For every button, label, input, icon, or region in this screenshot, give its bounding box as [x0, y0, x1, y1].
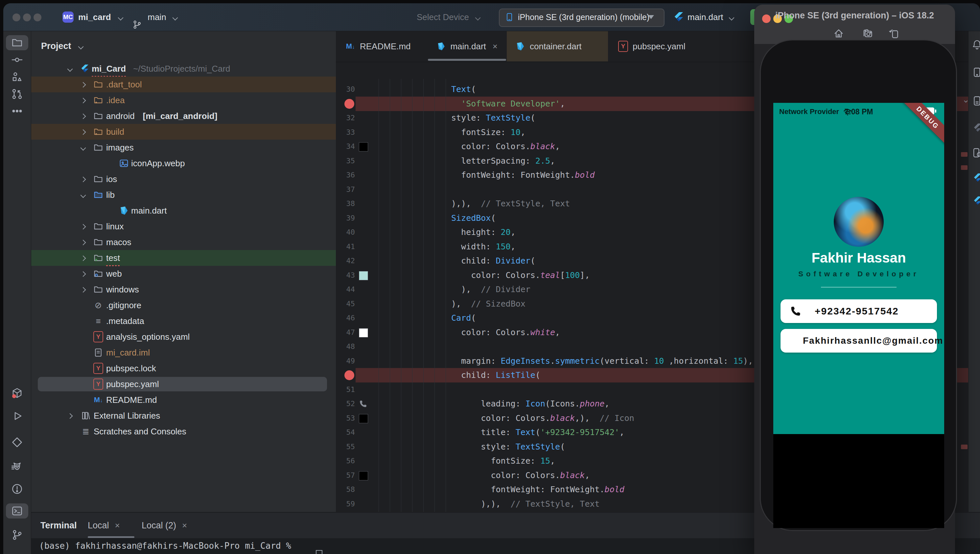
tree-item-iconapp-webp[interactable]: iconApp.webp: [31, 155, 336, 171]
tree-item-external-libraries[interactable]: External Libraries: [31, 408, 336, 423]
line-number[interactable]: 51: [336, 382, 355, 397]
tool-button-problems[interactable]: [6, 481, 28, 497]
line-number[interactable]: 56: [336, 454, 355, 468]
email-card[interactable]: Fakhirhassanllc@gmail.com: [781, 329, 937, 353]
app-screen[interactable]: Network Provider 7:08 PM DEBUG Fakhir Ha…: [773, 103, 944, 434]
window-zoom-button[interactable]: [33, 13, 41, 21]
tool-button-logcat[interactable]: [6, 460, 28, 475]
tool-button-more-tools[interactable]: [6, 103, 28, 119]
line-number[interactable]: 46: [336, 311, 355, 325]
tool-button-project-folder[interactable]: [6, 35, 28, 50]
tree-item--dart-tool[interactable]: .dart_tool: [31, 76, 336, 92]
tool-button-device-manager[interactable]: [970, 66, 980, 79]
tool-button-flutter-outline[interactable]: [970, 122, 980, 135]
tree-chevron-closed[interactable]: [81, 224, 86, 230]
line-number[interactable]: 55: [336, 439, 355, 454]
window-minimize-button[interactable]: [23, 13, 31, 21]
tool-button-flutter-performance[interactable]: [970, 194, 980, 208]
tree-item-readme-md[interactable]: M↓README.md: [31, 392, 336, 408]
tool-button-version-control[interactable]: [6, 527, 28, 543]
tree-item-ios[interactable]: ios: [31, 171, 336, 187]
tree-item-macos[interactable]: macos: [31, 234, 336, 250]
line-number[interactable]: 59: [336, 497, 355, 511]
tree-item-pubspec-yaml[interactable]: Ypubspec.yaml: [31, 376, 336, 392]
tree-item-web[interactable]: web: [31, 266, 336, 282]
tree-item-lib[interactable]: lib: [31, 187, 336, 203]
tree-item-build[interactable]: build: [31, 124, 336, 140]
line-number[interactable]: 40: [336, 225, 355, 240]
line-number[interactable]: 54: [336, 425, 355, 439]
close-icon[interactable]: ×: [182, 521, 187, 530]
line-number[interactable]: 57: [336, 468, 355, 483]
sim-screenshot-button[interactable]: [861, 27, 875, 40]
tree-chevron-closed[interactable]: [67, 413, 73, 419]
tree-chevron-open[interactable]: [81, 193, 86, 198]
line-number[interactable]: 60: [336, 511, 355, 512]
tree-item-mi-card[interactable]: mi_Card~/StudioProjects/mi_Card: [31, 61, 336, 76]
tool-button-pull-requests[interactable]: [6, 86, 28, 102]
line-number[interactable]: 52: [336, 396, 355, 411]
tree-item-pubspec-lock[interactable]: Ypubspec.lock: [31, 360, 336, 376]
tree-item-linux[interactable]: linux: [31, 218, 336, 234]
tree-chevron-open[interactable]: [67, 66, 73, 72]
tree-item-android[interactable]: android [mi_card_android]: [31, 108, 336, 124]
tool-button-run[interactable]: [6, 408, 28, 423]
line-number[interactable]: 35: [336, 154, 355, 168]
tree-chevron-closed[interactable]: [81, 240, 86, 245]
tree-item-scratches-and-consoles[interactable]: ≣Scratches and Consoles: [31, 423, 336, 439]
line-number[interactable]: 47: [336, 325, 355, 340]
close-icon[interactable]: ×: [493, 41, 498, 52]
tool-button-dart-analysis[interactable]: [6, 435, 28, 450]
tool-button-build[interactable]: [6, 385, 28, 401]
tool-button-running-devices[interactable]: [970, 94, 980, 107]
tree-chevron-closed[interactable]: [81, 287, 86, 293]
tool-button-commit[interactable]: [6, 52, 28, 67]
tree-chevron-closed[interactable]: [81, 177, 86, 182]
line-number[interactable]: 41: [336, 240, 355, 254]
tree-item-mi-card-iml[interactable]: mi_card.iml: [31, 345, 336, 360]
tree-chevron-closed[interactable]: [81, 129, 86, 135]
tool-button-structure[interactable]: [6, 69, 28, 84]
line-number[interactable]: 38: [336, 196, 355, 211]
tree-item-analysis-options-yaml[interactable]: Yanalysis_options.yaml: [31, 329, 336, 345]
tab-main-dart[interactable]: main.dart×: [428, 31, 506, 61]
project-switcher[interactable]: mi_card: [78, 3, 123, 31]
line-number[interactable]: 39: [336, 211, 355, 225]
window-close-button[interactable]: [13, 13, 21, 21]
line-number[interactable]: 43: [336, 268, 355, 283]
tool-button-flutter-inspector[interactable]: [970, 172, 980, 185]
select-device-dropdown[interactable]: Select Device: [417, 3, 480, 31]
tool-button-device-explorer[interactable]: [970, 146, 980, 159]
line-number[interactable]: 32: [336, 111, 355, 125]
tree-item--metadata[interactable]: ≡.metadata: [31, 313, 336, 329]
line-number[interactable]: 45: [336, 297, 355, 311]
tree-chevron-closed[interactable]: [81, 114, 86, 119]
tree-chevron-closed[interactable]: [81, 98, 86, 103]
branch-switcher[interactable]: main: [132, 3, 177, 31]
tool-button-notifications[interactable]: [970, 38, 980, 51]
tree-item-test[interactable]: test: [31, 250, 336, 266]
line-number[interactable]: 37: [336, 182, 355, 197]
line-number[interactable]: 44: [336, 282, 355, 297]
tree-item--idea[interactable]: .idea: [31, 92, 336, 108]
tree-chevron-closed[interactable]: [81, 82, 86, 88]
tree-item-main-dart[interactable]: main.dart: [31, 203, 336, 218]
run-config-dropdown[interactable]: main.dart: [687, 3, 733, 31]
line-number[interactable]: 42: [336, 254, 355, 268]
line-number[interactable]: 49: [336, 354, 355, 368]
breakpoint-icon[interactable]: [344, 99, 354, 109]
simulator-titlebar[interactable]: iPhone SE (3rd generation) – iOS 18.2: [754, 5, 955, 45]
close-icon[interactable]: ×: [115, 521, 120, 530]
tool-button-terminal[interactable]: [6, 503, 28, 519]
tab-README-md[interactable]: M↓README.md: [337, 31, 427, 61]
project-panel-header[interactable]: Project: [41, 35, 83, 57]
line-number[interactable]: 30: [336, 82, 355, 97]
terminal-tab-local-2-[interactable]: Local (2)×: [142, 513, 187, 538]
tree-item--gitignore[interactable]: ⊘.gitignore: [31, 298, 336, 313]
line-number[interactable]: 58: [336, 482, 355, 497]
line-number[interactable]: 36: [336, 168, 355, 182]
tree-item-images[interactable]: images: [31, 140, 336, 155]
terminal-tab-local[interactable]: Local×: [88, 513, 120, 538]
line-number[interactable]: 34: [336, 139, 355, 154]
device-dropdown[interactable]: iPhone SE (3rd generation) (mobile): [499, 8, 665, 27]
